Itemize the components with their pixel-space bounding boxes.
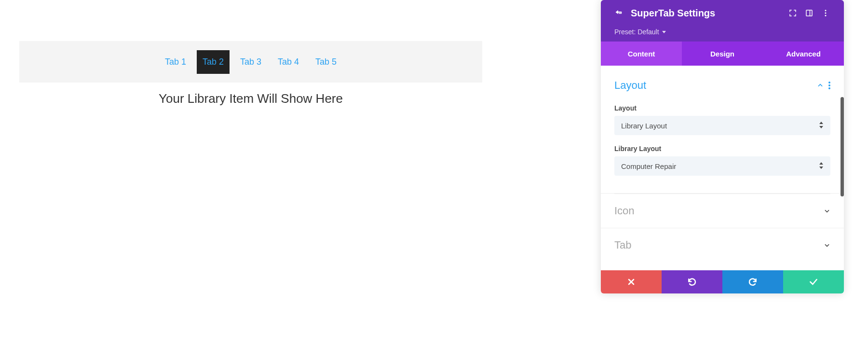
select-caret-icon (819, 122, 824, 130)
svg-point-4 (825, 15, 827, 16)
layout-select-value: Library Layout (621, 122, 667, 130)
undo-button[interactable] (662, 270, 722, 293)
section-icon-header[interactable]: Icon (614, 194, 830, 228)
svg-point-3 (825, 13, 827, 14)
preview-tab-2[interactable]: Tab 2 (197, 50, 230, 74)
layout-field-label: Layout (614, 104, 830, 112)
expand-icon[interactable] (788, 8, 798, 18)
panel-tabs: Content Design Advanced (601, 42, 844, 66)
preview-tab-4[interactable]: Tab 4 (272, 50, 305, 74)
panel-tab-advanced[interactable]: Advanced (763, 42, 844, 66)
panel-tab-content[interactable]: Content (601, 42, 682, 66)
library-layout-select[interactable]: Computer Repair (614, 156, 830, 176)
kebab-menu-icon[interactable] (821, 8, 830, 18)
panel-tab-design[interactable]: Design (682, 42, 763, 66)
settings-panel: SuperTab Settings Preset: Default Conten… (601, 0, 844, 293)
panel-body: Layout Layout Library Layout Library Lay… (601, 66, 844, 270)
section-tab-header[interactable]: Tab (614, 228, 830, 262)
layout-select[interactable]: Library Layout (614, 116, 830, 135)
panel-footer (601, 270, 844, 293)
preview-tab-5[interactable]: Tab 5 (310, 50, 342, 74)
library-layout-select-value: Computer Repair (621, 162, 676, 170)
library-placeholder-text: Your Library Item Will Show Here (19, 91, 482, 106)
caret-down-icon (662, 31, 666, 33)
preview-tab-3[interactable]: Tab 3 (234, 50, 267, 74)
section-tab-title: Tab (614, 239, 631, 251)
select-caret-icon (819, 162, 824, 170)
section-icon-title: Icon (614, 205, 635, 217)
svg-marker-8 (819, 167, 823, 169)
preview-tab-1[interactable]: Tab 1 (159, 50, 192, 74)
save-button[interactable] (783, 270, 844, 293)
section-options-icon[interactable] (828, 82, 830, 89)
panel-header: SuperTab Settings (601, 0, 844, 26)
scrollbar-thumb[interactable] (841, 97, 844, 196)
library-layout-field-label: Library Layout (614, 145, 830, 153)
svg-marker-5 (819, 122, 823, 124)
svg-marker-6 (819, 126, 823, 128)
section-layout-title: Layout (614, 79, 646, 92)
preview-tab-strip: Tab 1 Tab 2 Tab 3 Tab 4 Tab 5 (19, 41, 482, 83)
preset-selector[interactable]: Preset: Default (601, 26, 844, 42)
back-arrow-icon[interactable] (614, 8, 624, 18)
svg-rect-0 (806, 10, 812, 16)
chevron-down-icon (824, 208, 830, 214)
panel-title: SuperTab Settings (631, 8, 715, 19)
chevron-down-icon (824, 242, 830, 249)
preset-label: Preset: Default (614, 28, 659, 36)
dock-icon[interactable] (804, 8, 814, 18)
section-layout-header[interactable]: Layout (614, 74, 830, 95)
chevron-up-icon (817, 82, 824, 89)
redo-button[interactable] (722, 270, 783, 293)
svg-marker-7 (819, 162, 823, 165)
svg-point-2 (825, 10, 827, 11)
cancel-button[interactable] (601, 270, 662, 293)
preview-canvas: Tab 1 Tab 2 Tab 3 Tab 4 Tab 5 Your Libra… (19, 41, 482, 106)
